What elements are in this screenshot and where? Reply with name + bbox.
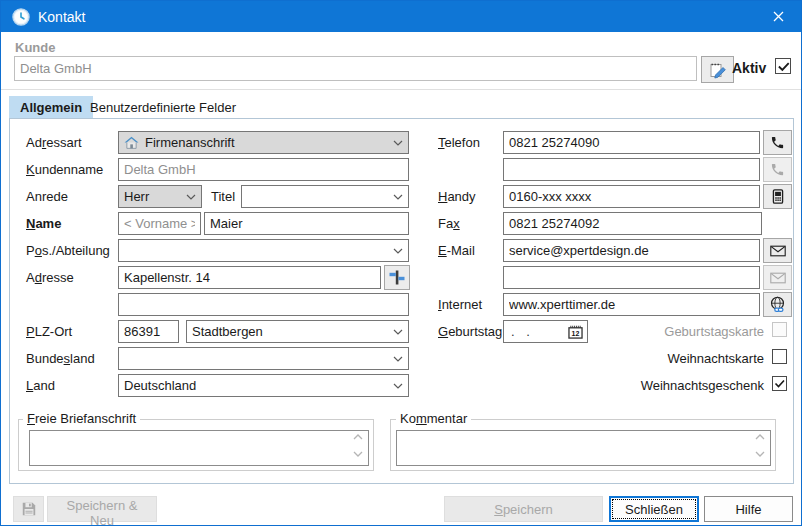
- nachname-input[interactable]: [204, 212, 409, 235]
- house-icon: [124, 136, 139, 149]
- mobile-phone-icon: [772, 189, 784, 204]
- kunde-input[interactable]: [14, 56, 697, 81]
- envelope-icon: [770, 245, 786, 257]
- scroll-up-icon[interactable]: [755, 434, 765, 440]
- scroll-up-icon[interactable]: [353, 434, 363, 440]
- adresse-input-2[interactable]: [118, 293, 409, 316]
- telefon-dial-button[interactable]: [763, 130, 792, 155]
- internet-open-button[interactable]: [763, 292, 792, 317]
- fax-label: Fax: [438, 215, 460, 232]
- email-label: E-Mail: [438, 242, 475, 259]
- chevron-down-icon: [393, 194, 403, 200]
- kommentar-label: Kommentar: [396, 411, 471, 426]
- chevron-down-icon: [393, 140, 403, 146]
- chevron-down-icon: [393, 383, 403, 389]
- hilfe-button[interactable]: Hilfe: [704, 496, 793, 522]
- speichern-und-neu-button: Speichern & Neu: [47, 496, 157, 522]
- kundenname-input[interactable]: [118, 158, 409, 181]
- vorname-input[interactable]: [118, 212, 201, 235]
- kommentar-textarea[interactable]: [396, 430, 771, 466]
- weihnachtsgeschenk-label: Weihnachtsgeschenk: [641, 377, 764, 394]
- handy-input[interactable]: [503, 185, 760, 208]
- geburtstag-value: . .: [511, 324, 534, 339]
- plz-input[interactable]: [118, 320, 179, 343]
- pos-abteilung-select[interactable]: [118, 239, 409, 262]
- header-separator: [1, 89, 802, 90]
- ort-value: Stadtbergen: [192, 324, 389, 339]
- titel-label: Titel: [211, 188, 235, 205]
- app-clock-icon: [12, 8, 30, 26]
- calendar-icon[interactable]: 12: [568, 325, 583, 339]
- title-bar: Kontakt: [1, 1, 801, 32]
- freie-briefanschrift-textarea[interactable]: [29, 430, 369, 466]
- close-button[interactable]: [756, 1, 801, 32]
- telefon-label: Telefon: [438, 134, 480, 151]
- handy-dial-button[interactable]: [763, 184, 792, 209]
- email-send-button[interactable]: [763, 238, 792, 263]
- adresse-label: Adresse: [26, 269, 74, 286]
- telefon-input-1[interactable]: [503, 131, 760, 154]
- adressart-label: Adressart: [26, 134, 82, 151]
- save-icon-button: [13, 496, 44, 522]
- fax-input[interactable]: [503, 212, 762, 235]
- schliessen-button[interactable]: Schließen: [609, 496, 699, 522]
- geburtstagskarte-label: Geburtstagskarte: [664, 323, 764, 340]
- adressart-select[interactable]: Firmenanschrift: [118, 131, 409, 154]
- window-title: Kontakt: [38, 9, 85, 25]
- bundesland-select[interactable]: [118, 347, 409, 370]
- weihnachtskarte-label: Weihnachtskarte: [667, 350, 764, 367]
- aktiv-label: Aktiv: [732, 60, 766, 77]
- freie-briefanschrift-label: Freie Briefanschrift: [23, 411, 140, 426]
- check-icon: [776, 59, 791, 74]
- weihnachtskarte-checkbox[interactable]: [772, 349, 787, 364]
- svg-text:12: 12: [572, 330, 580, 337]
- floppy-disk-icon: [20, 501, 37, 517]
- kunde-label: Kunde: [15, 39, 55, 56]
- chevron-down-icon: [393, 248, 403, 254]
- signpost-icon: [389, 270, 405, 285]
- envelope-icon: [770, 272, 786, 284]
- email-send-button-disabled: [763, 265, 792, 290]
- chevron-down-icon: [393, 329, 403, 335]
- internet-input[interactable]: [503, 293, 760, 316]
- globe-link-icon: [769, 296, 786, 313]
- tab-benutzerdefinierte-felder[interactable]: Benutzerdefinierte Felder: [79, 96, 247, 118]
- adressart-value: Firmenanschrift: [145, 135, 389, 150]
- email-input-1[interactable]: [503, 239, 760, 262]
- anrede-select[interactable]: Herr: [118, 185, 202, 208]
- land-select[interactable]: Deutschland: [118, 374, 409, 397]
- chevron-down-icon: [186, 194, 196, 200]
- geburtstagskarte-checkbox: [772, 322, 787, 337]
- geburtstag-label: Geburtstag: [438, 323, 502, 340]
- pos-abteilung-label: Pos./Abteilung: [26, 242, 110, 259]
- chevron-down-icon: [393, 356, 403, 362]
- edit-note-icon: [709, 61, 727, 79]
- land-value: Deutschland: [124, 378, 389, 393]
- kundenname-label: Kundenname: [26, 161, 103, 178]
- scroll-down-icon[interactable]: [755, 451, 765, 457]
- name-label: Name: [26, 215, 61, 232]
- phone-icon: [770, 135, 785, 150]
- phone-icon: [770, 162, 785, 177]
- telefon-input-2[interactable]: [503, 158, 760, 181]
- internet-label: Internet: [438, 296, 482, 313]
- geburtstag-input[interactable]: . . 12: [503, 320, 588, 343]
- telefon-dial-button-disabled: [763, 157, 792, 182]
- anrede-value: Herr: [124, 189, 182, 204]
- aktiv-checkbox[interactable]: [775, 58, 791, 74]
- kunde-edit-button[interactable]: [701, 56, 734, 83]
- speichern-button: Speichern: [444, 496, 603, 522]
- titel-select[interactable]: [241, 185, 409, 208]
- adresse-input-1[interactable]: [118, 266, 381, 289]
- close-icon: [773, 11, 784, 22]
- land-label: Land: [26, 377, 55, 394]
- kontakt-dialog: Kontakt Kunde Aktiv Allgemein Benutzerde…: [0, 0, 802, 526]
- ort-select[interactable]: Stadtbergen: [186, 320, 409, 343]
- check-icon: [773, 377, 786, 390]
- weihnachtsgeschenk-checkbox[interactable]: [772, 376, 787, 391]
- email-input-2[interactable]: [503, 266, 760, 289]
- anrede-label: Anrede: [26, 188, 68, 205]
- scroll-down-icon[interactable]: [353, 451, 363, 457]
- bundesland-label: Bundesland: [26, 350, 95, 367]
- adresse-map-button[interactable]: [384, 265, 410, 290]
